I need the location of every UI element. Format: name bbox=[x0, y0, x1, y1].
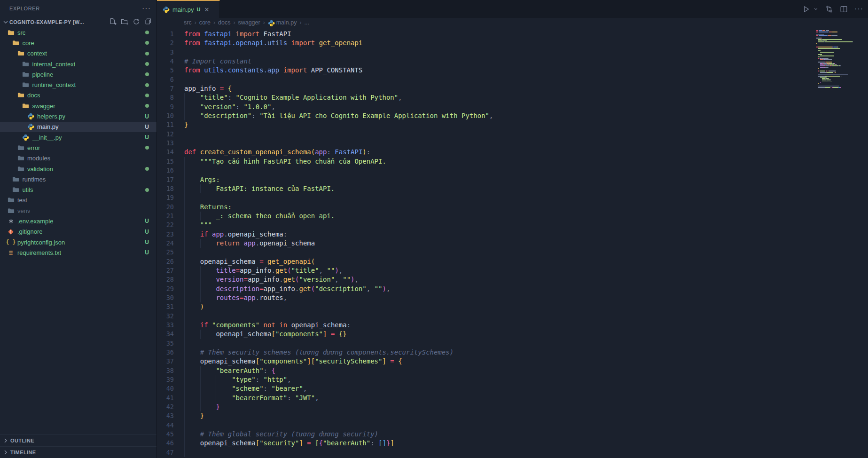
code-line[interactable]: 27 title=app_info.get("title", ""), bbox=[157, 266, 814, 275]
code-line[interactable]: 31 ) bbox=[157, 302, 814, 311]
code-line[interactable]: 4# Import constant bbox=[157, 57, 814, 66]
chevron-right-icon bbox=[2, 437, 9, 444]
code-line[interactable]: 12 bbox=[157, 130, 814, 139]
tree-item-src[interactable]: src bbox=[0, 27, 156, 38]
breadcrumb-item-main-py[interactable]: main.py bbox=[268, 19, 297, 26]
code-line[interactable]: 34 openapi_schema["components"] = {} bbox=[157, 330, 814, 339]
code-line[interactable]: 40 "scheme": "bearer", bbox=[157, 384, 814, 393]
timeline-section-header[interactable]: TIMELINE bbox=[0, 446, 156, 458]
breadcrumb-item-core[interactable]: core bbox=[199, 19, 211, 26]
code-line[interactable]: 43 } bbox=[157, 411, 814, 420]
code-line[interactable]: 33 if "components" not in openapi_schema… bbox=[157, 321, 814, 330]
tree-item-docs[interactable]: docs bbox=[0, 90, 156, 101]
outline-section-header[interactable]: OUTLINE bbox=[0, 434, 156, 446]
code-line[interactable]: 13 bbox=[157, 139, 814, 148]
code-line[interactable]: 39 "type": "http", bbox=[157, 375, 814, 384]
code-line[interactable]: 26 openapi_schema = get_openapi( bbox=[157, 257, 814, 266]
code-line[interactable]: 8 "title": "Cognito Example Application … bbox=[157, 93, 814, 102]
code-line[interactable]: 47 bbox=[157, 448, 814, 457]
tree-item-runtime-context[interactable]: runtime_context bbox=[0, 79, 156, 90]
more-actions-icon[interactable]: ··· bbox=[854, 5, 863, 13]
tree-item-requirements-txt[interactable]: ≡requirements.txtU bbox=[0, 247, 156, 258]
tree-item--gitignore[interactable]: .gitignoreU bbox=[0, 227, 156, 237]
tree-item--init-py[interactable]: __init__.pyU bbox=[0, 132, 156, 142]
close-tab-icon[interactable]: ✕ bbox=[204, 6, 209, 13]
code-line[interactable]: 42 } bbox=[157, 403, 814, 411]
code-line[interactable]: 29 description=app_info.get("description… bbox=[157, 284, 814, 293]
workspace-row[interactable]: COGNITO-EXAMPLE-PY [W... bbox=[0, 16, 156, 27]
code-line[interactable]: 9 "version": "1.0.0", bbox=[157, 103, 814, 111]
breadcrumb-item--[interactable]: ... bbox=[304, 19, 309, 26]
code-line[interactable]: 38 "bearerAuth": { bbox=[157, 366, 814, 375]
code-line[interactable]: 17 Args: bbox=[157, 175, 814, 184]
code-line[interactable]: 37 openapi_schema["components"]["securit… bbox=[157, 357, 814, 366]
code-line-text: title=app_info.get("title", ""), bbox=[184, 266, 814, 275]
code-line[interactable]: 25 bbox=[157, 248, 814, 257]
code-area[interactable]: 1from fastapi import FastAPI2from fastap… bbox=[157, 27, 814, 458]
code-line[interactable]: 14def create_custom_openapi_schema(app: … bbox=[157, 148, 814, 157]
minimap[interactable] bbox=[814, 27, 868, 458]
tree-item-runtimes[interactable]: runtimes bbox=[0, 174, 156, 184]
code-line[interactable]: 32 bbox=[157, 312, 814, 321]
code-line[interactable]: 41 "bearerFormat": "JWT", bbox=[157, 394, 814, 403]
tree-item-helpers-py[interactable]: helpers.pyU bbox=[0, 111, 156, 121]
breadcrumb-item-swagger[interactable]: swagger bbox=[238, 19, 260, 26]
run-dropdown-chevron-icon[interactable] bbox=[813, 6, 819, 12]
tree-item--env-example[interactable]: .env.exampleU bbox=[0, 216, 156, 226]
tree-item-pyrightconfig-json[interactable]: { }pyrightconfig.jsonU bbox=[0, 237, 156, 247]
tab-bar: main.py U ✕ ··· bbox=[157, 0, 868, 18]
tree-item-validation[interactable]: validation bbox=[0, 164, 156, 174]
code-line[interactable]: 24 return app.openapi_schema bbox=[157, 239, 814, 248]
compare-changes-icon[interactable] bbox=[825, 5, 833, 13]
code-line[interactable]: 35 bbox=[157, 339, 814, 348]
breadcrumb-item-src[interactable]: src bbox=[184, 19, 192, 26]
tree-item-main-py[interactable]: main.pyU bbox=[0, 122, 156, 132]
tree-item-context[interactable]: context bbox=[0, 48, 156, 59]
code-line[interactable]: 20 Returns: bbox=[157, 203, 814, 212]
code-line[interactable]: 21 _: schema theo chuẩn open api. bbox=[157, 212, 814, 221]
code-line[interactable]: 6 bbox=[157, 75, 814, 84]
tree-item-venv[interactable]: venv bbox=[0, 205, 156, 216]
tree-item-modules[interactable]: modules bbox=[0, 153, 156, 164]
code-line[interactable]: 46 openapi_schema["security"] = [{"beare… bbox=[157, 439, 814, 448]
editor: 1from fastapi import FastAPI2from fastap… bbox=[157, 27, 868, 458]
code-line[interactable]: 36 # Thêm security schemes (tương đương … bbox=[157, 348, 814, 357]
code-line[interactable]: 44 bbox=[157, 421, 814, 430]
tree-item-core[interactable]: core bbox=[0, 38, 156, 48]
new-folder-button[interactable] bbox=[121, 18, 129, 26]
code-token: = bbox=[307, 439, 311, 447]
tree-item-error[interactable]: error bbox=[0, 142, 156, 153]
tab-main-py[interactable]: main.py U ✕ bbox=[157, 0, 220, 18]
code-line[interactable]: 19 bbox=[157, 193, 814, 202]
run-python-file-button[interactable] bbox=[802, 5, 810, 13]
collapse-all-icon[interactable] bbox=[144, 18, 153, 26]
tree-item-test[interactable]: test bbox=[0, 195, 156, 205]
code-line[interactable]: 18 FastAPI: instance của FastAPI. bbox=[157, 184, 814, 193]
code-line[interactable]: 22 """ bbox=[157, 221, 814, 229]
breadcrumb-item-docs[interactable]: docs bbox=[218, 19, 230, 26]
code-line[interactable]: 2from fastapi.openapi.utils import get_o… bbox=[157, 39, 814, 47]
code-line[interactable]: 45 # Thêm global security (tương đương s… bbox=[157, 430, 814, 439]
code-line[interactable]: 3 bbox=[157, 48, 814, 57]
code-line[interactable]: 16 bbox=[157, 166, 814, 175]
python-file-icon bbox=[163, 6, 170, 13]
new-file-button[interactable] bbox=[109, 18, 117, 26]
tree-item-pipeline[interactable]: pipeline bbox=[0, 69, 156, 79]
code-line[interactable]: 10 "description": "Tài liệu API cho Cogn… bbox=[157, 111, 814, 120]
code-line[interactable]: 7app_info = { bbox=[157, 84, 814, 93]
code-token bbox=[200, 39, 204, 47]
refresh-icon[interactable] bbox=[133, 18, 141, 26]
code-line[interactable]: 30 routes=app.routes, bbox=[157, 293, 814, 302]
code-line[interactable]: 28 version=app_info.get("version", ""), bbox=[157, 275, 814, 284]
code-line[interactable]: 11} bbox=[157, 120, 814, 129]
code-line[interactable]: 23 if app.openapi_schema: bbox=[157, 230, 814, 239]
code-line[interactable]: 5from utils.constants.app import APP_CON… bbox=[157, 66, 814, 75]
tree-item-internal-context[interactable]: internal_context bbox=[0, 59, 156, 69]
code-line[interactable]: 1from fastapi import FastAPI bbox=[157, 30, 814, 39]
split-editor-button[interactable] bbox=[840, 5, 848, 13]
line-number: 8 bbox=[157, 93, 184, 102]
explorer-more-actions-button[interactable]: ··· bbox=[142, 4, 151, 13]
code-line[interactable]: 15 """Tạo cấu hình FastAPI theo chuẩn củ… bbox=[157, 157, 814, 166]
tree-item-utils[interactable]: utils bbox=[0, 184, 156, 195]
tree-item-swagger[interactable]: swagger bbox=[0, 101, 156, 111]
